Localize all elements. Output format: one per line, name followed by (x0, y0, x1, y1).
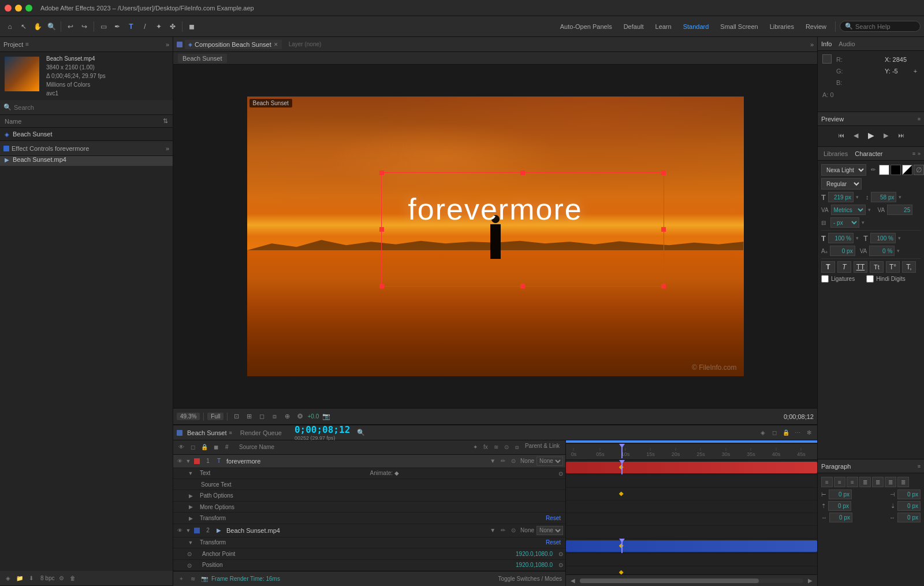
comp-expand-icon[interactable]: » (810, 41, 814, 48)
audio-tab[interactable]: Audio (839, 40, 855, 47)
align-right-btn[interactable]: ≡ (847, 477, 858, 487)
project-expand-icon[interactable]: » (166, 41, 169, 48)
all-caps-btn[interactable]: TT (854, 261, 867, 273)
font-edit-icon[interactable]: ✏ (869, 165, 878, 174)
layer-1-edit-icon[interactable]: ✏ (498, 457, 508, 466)
font-size-input[interactable] (828, 192, 854, 202)
scroll-right-icon[interactable]: ▶ (806, 576, 815, 585)
tl-motion-blur-icon[interactable]: ⋯ (793, 428, 802, 437)
playhead[interactable] (621, 444, 623, 458)
quality-dropdown[interactable]: Full (207, 413, 223, 420)
type-tool[interactable]: T (125, 20, 137, 33)
character-tab[interactable]: Character (852, 150, 885, 157)
3d-icon[interactable]: ⧈ (269, 411, 280, 422)
new-comp-icon[interactable]: ◈ (3, 574, 13, 583)
ligatures-checkbox[interactable] (821, 275, 829, 283)
faux-italic-btn[interactable]: T (837, 261, 851, 273)
keyframe-source[interactable] (619, 492, 624, 496)
justify-left-btn[interactable]: ≣ (859, 477, 871, 487)
tl-new-comp-icon[interactable]: ◈ (758, 428, 767, 437)
tab-close-icon[interactable]: ✕ (274, 42, 278, 47)
trash-icon[interactable]: 🗑 (68, 574, 77, 583)
fit-icon[interactable]: ⊡ (231, 411, 241, 422)
snap-icon[interactable]: ⊞ (244, 411, 254, 422)
indent-select[interactable]: - px (830, 217, 859, 228)
tl-draft-icon[interactable]: ✻ (804, 428, 814, 437)
layer-1-expand-icon[interactable]: ▼ (488, 457, 497, 466)
superscript-btn[interactable]: T° (886, 261, 900, 273)
effect-expand-icon[interactable]: » (166, 145, 169, 152)
standard-btn[interactable]: Standard (679, 22, 714, 31)
layer-row-2[interactable]: 👁 ▼ 2 ▶ Beach Sunset.mp4 ▼ ✏ ⊙ None (173, 524, 565, 537)
brush-tool[interactable]: / (139, 20, 151, 33)
tl-lock-icon[interactable]: 🔒 (781, 428, 791, 437)
layer-2-expand-icon[interactable]: ▼ (488, 526, 497, 535)
align-center-btn[interactable]: ≡ (834, 477, 845, 487)
faux-bold-btn[interactable]: T (821, 261, 835, 273)
render-queue-tab[interactable]: Render Queue (240, 429, 282, 436)
position-value[interactable]: 1920.0,1080.0 (516, 562, 553, 568)
hindi-digits-checkbox[interactable] (866, 275, 874, 283)
layer-2-parent-select[interactable]: None (536, 526, 563, 535)
skip-to-start-btn[interactable]: ⏮ (835, 129, 847, 141)
tracking-input[interactable] (887, 205, 912, 215)
para-menu-icon[interactable]: ≡ (918, 463, 921, 469)
animate-btn[interactable]: Animate: ◆ (368, 470, 401, 476)
redo-icon[interactable]: ↪ (78, 20, 91, 33)
tl-solo-icon[interactable]: ◻ (770, 428, 779, 437)
align-left-btn[interactable]: ≡ (821, 477, 833, 487)
track-bar-2[interactable] (566, 540, 817, 552)
search-input[interactable] (855, 23, 915, 30)
layer-2-vis[interactable]: 👁 (176, 526, 184, 535)
para-space-after-input[interactable] (897, 501, 921, 511)
selection-tool[interactable]: ↖ (17, 20, 30, 33)
minimize-button[interactable] (15, 5, 22, 12)
grid-icon[interactable]: ⊕ (282, 411, 292, 422)
play-btn[interactable]: ▶ (865, 129, 877, 141)
hand-tool[interactable]: ✋ (31, 20, 44, 33)
justify-center-btn[interactable]: ≣ (872, 477, 884, 487)
tsume-input[interactable] (869, 246, 895, 256)
transform-expand[interactable]: ▶ (187, 515, 194, 522)
para-margin-left-input[interactable] (829, 513, 852, 522)
zoom-dropdown[interactable]: 49.3% (177, 413, 200, 420)
puppet-tool[interactable]: ✤ (166, 20, 179, 33)
scale-h-input[interactable] (828, 233, 854, 243)
more-expand[interactable]: ▶ (187, 503, 194, 510)
font-none-box[interactable]: ∅ (914, 165, 924, 175)
search-layer-icon[interactable]: 🔍 (356, 428, 366, 438)
small-screen-btn[interactable]: Small Screen (716, 22, 762, 31)
import-icon[interactable]: ⬇ (27, 574, 36, 583)
subscript-btn[interactable]: T, (902, 261, 916, 273)
switches-modes-btn[interactable]: Toggle Switches / Modes (498, 576, 562, 582)
info-tab[interactable]: Info (821, 40, 832, 47)
layer-1-parent-select[interactable]: None (536, 457, 563, 466)
font-color-box[interactable] (879, 165, 889, 175)
justify-right-btn[interactable]: ≣ (885, 477, 896, 487)
project-menu-icon[interactable]: ≡ (25, 41, 29, 47)
learn-btn[interactable]: Learn (651, 22, 676, 31)
font-swap-box[interactable] (902, 165, 912, 175)
libraries-btn[interactable]: Libraries (765, 22, 799, 31)
justify-all-btn[interactable]: ≣ (897, 477, 909, 487)
char-expand-icon[interactable]: » (918, 151, 921, 157)
rect-tool[interactable]: ▭ (97, 20, 110, 33)
baseline-input[interactable] (830, 246, 855, 256)
default-btn[interactable]: Default (619, 22, 649, 31)
transform2-expand[interactable]: ▼ (187, 539, 194, 546)
font-stroke-box[interactable] (891, 165, 901, 175)
new-folder-icon[interactable]: 📁 (15, 574, 24, 583)
prev-frame-btn[interactable]: ◀ (850, 129, 862, 141)
zoom-tool[interactable]: 🔍 (45, 20, 58, 33)
scroll-left-icon[interactable]: ◀ (568, 576, 578, 585)
sort-icon[interactable]: ⇅ (163, 117, 168, 125)
kerning-select[interactable]: Metrics (831, 205, 866, 215)
camera-icon[interactable]: 📷 (321, 411, 331, 422)
layer-2-edit-icon[interactable]: ✏ (498, 526, 508, 535)
tl-nav-add-icon[interactable]: + (177, 574, 186, 584)
anchor-point-value[interactable]: 1920.0,1080.0 (516, 551, 553, 557)
text-expand[interactable]: ▼ (187, 470, 194, 477)
layer-row-1[interactable]: 👁 ▼ 1 T forevermore ▼ ✏ ⊙ None (173, 455, 565, 468)
layer-1-vis[interactable]: 👁 (176, 457, 184, 465)
review-btn[interactable]: Review (801, 22, 831, 31)
